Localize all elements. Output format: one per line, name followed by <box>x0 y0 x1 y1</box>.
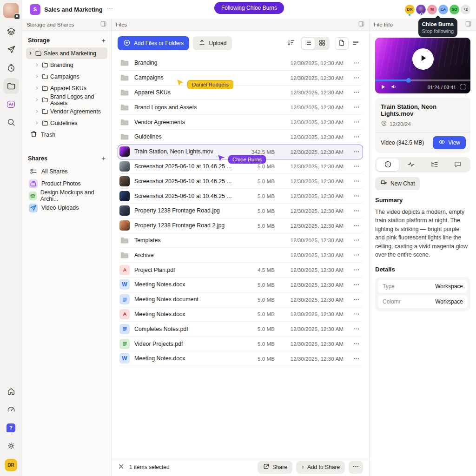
stop-following-tooltip[interactable]: Chloe Burns Stop following <box>418 18 457 37</box>
tab-tree[interactable] <box>423 159 446 171</box>
row-menu-button[interactable] <box>349 119 363 126</box>
row-menu-button[interactable] <box>349 281 363 288</box>
collapse-info-button[interactable] <box>465 20 472 29</box>
tab-comment[interactable] <box>447 159 469 171</box>
file-row-brand-logos-and-assets[interactable]: Brand Logos and Assets12/30/2025, 12:30 … <box>118 100 363 115</box>
sidebar-folder-apparel-skus[interactable]: Apparel SKUs <box>26 82 107 94</box>
new-chat-button[interactable]: New Chat <box>375 177 420 190</box>
sort-button[interactable] <box>285 37 296 49</box>
sidebar-folder-branding[interactable]: Branding <box>26 59 107 71</box>
add-to-share-button[interactable]: + Add to Share <box>296 461 345 474</box>
following-button[interactable]: Following Chloe Burns <box>214 2 284 14</box>
row-menu-button[interactable] <box>349 207 363 214</box>
row-menu-button[interactable] <box>349 325 363 332</box>
user-avatar[interactable]: SO <box>450 5 459 14</box>
file-row-meeting-notes-document[interactable]: Meeting Notes document5.0 MB12/30/2025, … <box>118 292 363 307</box>
current-user-avatar[interactable]: DR <box>5 459 17 471</box>
sidebar-share-product-photos[interactable]: Product Photos <box>26 178 107 190</box>
play-button-large[interactable] <box>412 48 434 70</box>
rail-home-button[interactable] <box>3 383 19 399</box>
clear-selection-button[interactable] <box>118 463 125 471</box>
row-menu-button[interactable] <box>349 296 363 303</box>
file-row-branding[interactable]: Branding12/30/2025, 12:30 AM <box>118 56 363 71</box>
tab-info[interactable] <box>377 159 399 171</box>
sidebar-folder-campaigns[interactable]: Campaigns <box>26 71 107 82</box>
user-avatar-photo[interactable] <box>416 5 426 14</box>
row-menu-button[interactable] <box>349 311 363 317</box>
sidebar-folder-brand-logos-and-assets[interactable]: Brand Logos and Assets <box>26 94 107 106</box>
sidebar-share-design-mockups-and-archi[interactable]: Design Mockups and Archi... <box>26 190 107 202</box>
share-button[interactable]: Share <box>258 461 292 474</box>
row-menu-button[interactable] <box>349 178 363 185</box>
file-row-campaigns[interactable]: Campaigns12/30/2025, 12:30 AM <box>118 71 363 86</box>
grid-view-button[interactable] <box>316 38 329 49</box>
rail-ai-button[interactable]: AI <box>3 96 19 112</box>
rail-search-button[interactable] <box>3 114 19 130</box>
row-menu-button[interactable] <box>349 355 363 362</box>
sidebar-folder-guidelines[interactable]: Guidelines <box>26 117 107 129</box>
selection-more-button[interactable] <box>349 461 363 474</box>
sidebar-item-trash[interactable]: Trash <box>26 129 107 141</box>
row-menu-button[interactable] <box>349 222 363 229</box>
tab-pulse[interactable] <box>400 159 422 171</box>
file-row-meeting-notes-docx[interactable]: Meeting Notes.docx5.0 MB12/30/2025, 12:3… <box>118 307 363 322</box>
row-menu-button[interactable] <box>349 133 363 140</box>
row-menu-button[interactable] <box>349 74 363 81</box>
row-menu-button[interactable] <box>349 237 363 244</box>
file-row-meeting-notes-docx[interactable]: WMeeting Notes.docx5.0 MB12/30/2025, 12:… <box>118 278 363 292</box>
sidebar-share-all-shares[interactable]: All Shares <box>26 165 107 178</box>
list-view-button[interactable] <box>302 38 315 49</box>
file-row-videor-projects-pdf[interactable]: Videor Projects.pdf5.0 MB12/30/2025, 12:… <box>118 337 363 351</box>
video-player[interactable]: 01:24 / 03:41 <box>375 38 470 93</box>
add-share-button[interactable]: + <box>101 155 106 162</box>
rail-send-button[interactable] <box>3 42 19 58</box>
row-menu-button[interactable] <box>349 89 363 96</box>
rail-usage-button[interactable] <box>3 402 19 417</box>
file-row-templates[interactable]: Templates12/30/2025, 12:30 AM <box>118 233 363 248</box>
row-menu-button[interactable] <box>349 60 363 66</box>
row-menu-button[interactable] <box>349 192 363 199</box>
rail-theme-button[interactable] <box>3 438 19 454</box>
file-row-screenshot-2025-06-10-at-10-46-25-am-png[interactable]: Screenshot 2025-06-10 at 10.46.25 AM.png… <box>118 174 363 189</box>
rail-layers-button[interactable] <box>3 24 19 40</box>
view-button[interactable]: View <box>433 136 466 149</box>
file-row-apparel-skus[interactable]: Apparel SKUs12/30/2025, 12:30 AM <box>118 86 363 100</box>
row-menu-button[interactable] <box>349 148 363 155</box>
file-row-project-plan-pdf[interactable]: Project Plan.pdf4.5 MB12/30/2025, 12:30 … <box>118 263 363 278</box>
rail-files-button[interactable] <box>3 78 19 94</box>
row-menu-button[interactable] <box>349 340 363 347</box>
file-row-screenshot-2025-06-10-at-10-46-25-am-png[interactable]: Screenshot 2025-06-10 at 10.46.25 AM.png… <box>118 189 363 204</box>
row-menu-button[interactable] <box>349 163 363 170</box>
sidebar-folder-vendor-agreements[interactable]: Vendor Agreements <box>26 106 107 117</box>
play-button[interactable] <box>379 83 387 92</box>
add-storage-button[interactable]: + <box>101 37 106 44</box>
row-menu-button[interactable] <box>349 251 363 258</box>
file-row-guidelines[interactable]: Guidelines12/30/2025, 12:30 AM <box>118 130 363 145</box>
file-row-property-1238-frontage-road-2-jpg[interactable]: Property 1238 Frontage Road 2.jpg5.0 MB1… <box>118 218 363 233</box>
row-menu-button[interactable] <box>349 104 363 111</box>
details-view-button[interactable] <box>349 38 362 49</box>
user-avatar[interactable]: M <box>427 5 437 14</box>
app-logo[interactable] <box>3 3 19 18</box>
sidebar-folder-sales-and-marketing[interactable]: Sales and Marketing <box>26 47 107 59</box>
fullscreen-button[interactable] <box>460 84 466 92</box>
collapse-sidebar-button[interactable] <box>100 20 107 29</box>
file-row-vendor-agreements[interactable]: Vendor Agreements12/30/2025, 12:30 AM <box>118 115 363 130</box>
user-avatar[interactable]: DR <box>405 5 415 14</box>
sidebar-share-video-uploads[interactable]: Video Uploads <box>26 202 107 214</box>
upload-button[interactable]: Upload <box>193 36 232 50</box>
workspace-menu-button[interactable] <box>106 5 113 13</box>
file-row-property-1238-frontage-road-jpg[interactable]: Property 1238 Frontage Road.jpg5.0 MB12/… <box>118 204 363 218</box>
row-menu-button[interactable] <box>349 266 363 273</box>
file-row-completes-notes-pdf[interactable]: Completes Notes.pdf5.0 MB12/30/2025, 12:… <box>118 322 363 337</box>
file-row-meeting-notes-docx[interactable]: WMeeting Notes.docx5.0 MB12/30/2025, 12:… <box>118 351 363 366</box>
user-avatar[interactable]: +2 <box>461 5 470 14</box>
user-avatar[interactable]: EA <box>438 5 448 14</box>
rail-help-button[interactable]: ? <box>3 420 19 436</box>
file-preview-button[interactable] <box>335 38 348 49</box>
rail-history-button[interactable] <box>3 60 19 76</box>
volume-button[interactable] <box>390 83 397 92</box>
add-files-button[interactable]: Add Files or Folders <box>118 36 189 50</box>
collapse-files-button[interactable] <box>358 20 365 29</box>
file-row-archive[interactable]: Archive12/30/2025, 12:30 AM <box>118 248 363 263</box>
